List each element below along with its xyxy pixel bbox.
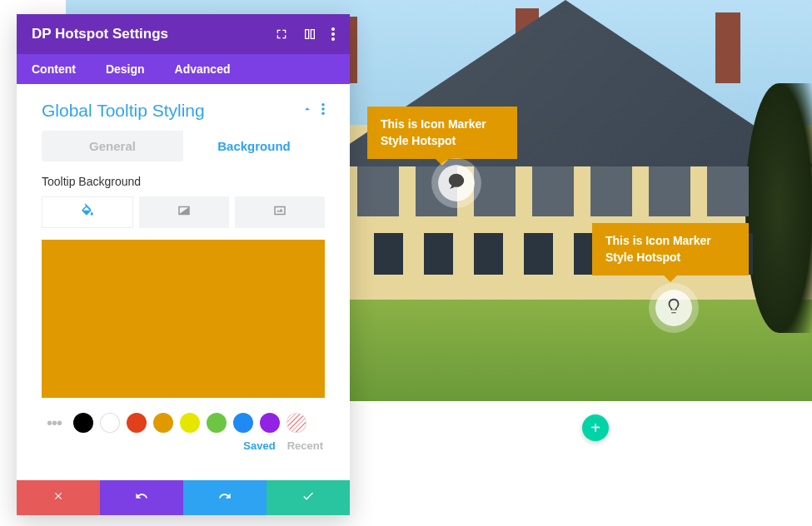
- swatch-tab-saved[interactable]: Saved: [243, 439, 275, 452]
- save-button[interactable]: [267, 480, 350, 515]
- hotspot-marker[interactable]: [655, 290, 692, 326]
- svg-point-1: [331, 32, 335, 36]
- tab-content[interactable]: Content: [17, 54, 91, 84]
- tab-design[interactable]: Design: [91, 54, 160, 84]
- undo-icon: [135, 489, 148, 506]
- check-icon: [301, 489, 315, 506]
- segment-general[interactable]: General: [42, 131, 183, 161]
- hotspot-tooltip: This is Icon Marker Style Hotspot: [367, 107, 517, 159]
- swatch-blue[interactable]: [233, 413, 253, 433]
- swatch-purple[interactable]: [260, 413, 280, 433]
- lightbulb-icon: [665, 297, 683, 319]
- cancel-button[interactable]: [17, 480, 100, 515]
- close-icon: [52, 490, 64, 505]
- swatch-none[interactable]: [286, 413, 306, 433]
- expand-icon[interactable]: [275, 27, 288, 41]
- panel-header[interactable]: DP Hotspot Settings: [17, 14, 350, 54]
- bg-type-image[interactable]: [235, 196, 325, 228]
- field-label: Tooltip Background: [42, 175, 325, 188]
- redo-icon: [218, 489, 232, 506]
- bg-type-gradient[interactable]: [139, 196, 229, 228]
- swatch-white[interactable]: [100, 413, 120, 433]
- swatch-tab-recent[interactable]: Recent: [287, 439, 323, 452]
- svg-point-3: [321, 103, 325, 107]
- svg-point-2: [331, 37, 335, 41]
- svg-point-0: [331, 27, 335, 31]
- panel-title: DP Hotspot Settings: [32, 26, 168, 42]
- redo-button[interactable]: [183, 480, 267, 515]
- paint-bucket-icon: [80, 203, 95, 221]
- section-more-icon[interactable]: [321, 103, 325, 118]
- hotspot-marker[interactable]: [438, 165, 475, 201]
- swatch-yellow[interactable]: [180, 413, 200, 433]
- svg-point-5: [321, 112, 325, 116]
- svg-point-4: [321, 107, 325, 111]
- swatch-orange[interactable]: [153, 413, 173, 433]
- color-preview[interactable]: [42, 240, 325, 398]
- segment-background[interactable]: Background: [183, 131, 325, 161]
- chevron-up-icon[interactable]: [301, 103, 313, 118]
- settings-panel: DP Hotspot Settings Content Design Advan…: [17, 14, 350, 515]
- snap-icon[interactable]: [303, 27, 316, 41]
- swatch-green[interactable]: [207, 413, 227, 433]
- panel-tabs: Content Design Advanced: [17, 54, 350, 84]
- hotspot-tooltip: This is Icon Marker Style Hotspot: [592, 223, 749, 275]
- swatch-more-icon[interactable]: •••: [42, 414, 67, 433]
- add-module-button[interactable]: +: [582, 414, 609, 441]
- section-title: Global Tooltip Styling: [42, 101, 205, 121]
- image-icon: [272, 203, 287, 221]
- chat-icon: [447, 172, 466, 194]
- swatch-black[interactable]: [73, 413, 93, 433]
- gradient-icon: [177, 203, 192, 221]
- tab-advanced[interactable]: Advanced: [160, 54, 246, 84]
- undo-button[interactable]: [100, 480, 183, 515]
- swatch-red[interactable]: [127, 413, 147, 433]
- more-icon[interactable]: [331, 27, 335, 41]
- bg-type-color[interactable]: [42, 196, 133, 228]
